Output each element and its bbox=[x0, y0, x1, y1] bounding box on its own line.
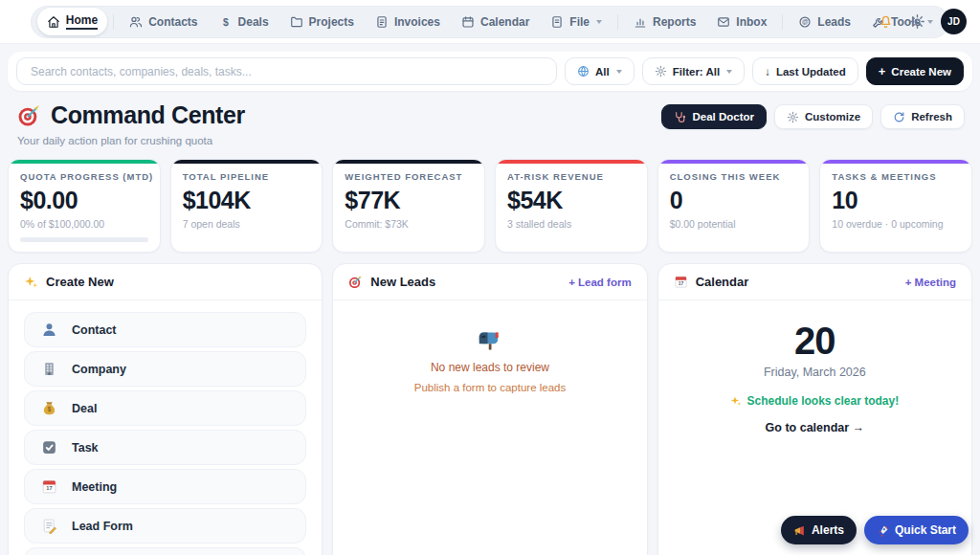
calendar-status: Schedule looks clear today! bbox=[658, 394, 971, 408]
check-task-icon bbox=[41, 439, 57, 455]
chevron-down-icon bbox=[596, 20, 602, 24]
add-meeting-link[interactable]: + Meeting bbox=[905, 277, 956, 288]
scope-dropdown-button[interactable]: All bbox=[565, 57, 635, 85]
stat-card-at-risk-revenue[interactable]: AT-RISK REVENUE $54K 3 stalled deals bbox=[495, 159, 648, 253]
svg-text:$: $ bbox=[223, 15, 229, 27]
create-item-label: Task bbox=[72, 441, 99, 455]
nav-label: File bbox=[569, 15, 590, 29]
stat-sub: 3 stalled deals bbox=[507, 218, 635, 230]
nav-label: Contacts bbox=[148, 15, 197, 29]
nav-item-inbox[interactable]: Inbox bbox=[707, 10, 776, 34]
user-avatar[interactable]: JD bbox=[941, 9, 967, 34]
nav-item-reports[interactable]: Reports bbox=[624, 10, 705, 34]
nav-label: Invoices bbox=[394, 15, 440, 29]
leads-at-icon: @ bbox=[798, 15, 812, 29]
create-contact-item[interactable]: Contact bbox=[24, 312, 306, 347]
page-header-left: Command Center Your daily action plan fo… bbox=[17, 101, 245, 146]
home-icon bbox=[47, 15, 60, 29]
stat-sub: 7 open deals bbox=[183, 218, 311, 230]
calendar-date-icon: 17 bbox=[674, 275, 688, 289]
mailbox-icon bbox=[476, 323, 504, 352]
create-item-label: Deal bbox=[72, 402, 97, 415]
nav-item-deals[interactable]: $ Deals bbox=[210, 10, 278, 34]
deal-doctor-button[interactable]: Deal Doctor bbox=[661, 104, 767, 129]
floating-buttons: Alerts Quick Start bbox=[781, 516, 969, 544]
sparkles-icon bbox=[24, 275, 38, 289]
megaphone-icon bbox=[793, 524, 806, 537]
nav-divider bbox=[617, 14, 618, 30]
filter-label: Filter: All bbox=[673, 66, 720, 78]
lead-form-link[interactable]: + Lead form bbox=[568, 277, 632, 288]
invoice-icon bbox=[375, 15, 389, 29]
create-company-item[interactable]: Company bbox=[24, 351, 306, 387]
create-task-item[interactable]: Task bbox=[24, 430, 306, 465]
quick-start-label: Quick Start bbox=[895, 523, 956, 537]
create-deal-item[interactable]: $ Deal bbox=[24, 390, 306, 426]
stat-card-total-pipeline[interactable]: TOTAL PIPELINE $104K 7 open deals bbox=[170, 159, 323, 253]
envelope-icon bbox=[717, 15, 730, 29]
person-icon bbox=[41, 322, 57, 338]
sort-label: Last Updated bbox=[776, 66, 846, 78]
create-pay-link-item[interactable]: Pay Link bbox=[24, 547, 306, 555]
chevron-down-icon bbox=[726, 70, 732, 74]
stat-body: TASKS & MEETINGS 10 10 overdue · 0 upcom… bbox=[820, 164, 971, 239]
nav-item-invoices[interactable]: Invoices bbox=[366, 10, 450, 34]
nav-label: Reports bbox=[653, 15, 696, 29]
filter-dropdown-button[interactable]: Filter: All bbox=[642, 57, 745, 85]
calendar-panel: 17 Calendar + Meeting 20 Friday, March 2… bbox=[657, 263, 972, 555]
alerts-button[interactable]: Alerts bbox=[781, 516, 857, 544]
go-to-calendar-link[interactable]: Go to calendar → bbox=[658, 421, 971, 434]
panel-title: Calendar bbox=[696, 275, 749, 289]
refresh-button[interactable]: Refresh bbox=[880, 104, 965, 129]
create-item-label: Meeting bbox=[72, 480, 117, 494]
stat-card-tasks-meetings[interactable]: TASKS & MEETINGS 10 10 overdue · 0 upcom… bbox=[819, 159, 972, 253]
nav-item-calendar[interactable]: Calendar bbox=[452, 10, 539, 34]
filter-gear-icon bbox=[655, 65, 667, 78]
stat-sub: 10 overdue · 0 upcoming bbox=[832, 218, 960, 230]
search-input[interactable] bbox=[16, 57, 557, 85]
publish-form-link[interactable]: Publish a form to capture leads bbox=[333, 382, 646, 393]
globe-icon bbox=[577, 65, 590, 78]
bar-chart-icon bbox=[634, 15, 647, 29]
new-leads-panel: New Leads + Lead form No new leads to re… bbox=[332, 263, 647, 555]
panel-title-row: 17 Calendar bbox=[674, 275, 749, 289]
stat-card-weighted-forecast[interactable]: WEIGHTED FORECAST $77K Commit: $73K bbox=[332, 159, 485, 253]
kpi-row: QUOTA PROGRESS (MTD) $0.00 0% of $100,00… bbox=[8, 159, 972, 253]
stat-body: QUOTA PROGRESS (MTD) $0.00 0% of $100,00… bbox=[9, 164, 160, 252]
notifications-bell-button[interactable] bbox=[878, 13, 894, 30]
sort-button[interactable]: ↓ Last Updated bbox=[752, 57, 858, 85]
stat-label: CLOSING THIS WEEK bbox=[670, 171, 798, 182]
nav-label: Deals bbox=[238, 15, 269, 29]
create-meeting-item[interactable]: 17 Meeting bbox=[24, 469, 306, 504]
nav-item-projects[interactable]: Projects bbox=[280, 10, 364, 34]
nav-item-home[interactable]: Home bbox=[37, 8, 107, 35]
create-lead-form-item[interactable]: Lead Form bbox=[24, 508, 306, 544]
panel-header: New Leads + Lead form bbox=[333, 264, 646, 300]
stat-body: AT-RISK REVENUE $54K 3 stalled deals bbox=[496, 164, 647, 239]
stat-card-closing-this-week[interactable]: CLOSING THIS WEEK 0 $0.00 potential bbox=[657, 159, 811, 253]
nav-item-leads[interactable]: @ Leads bbox=[789, 10, 860, 34]
nav-divider bbox=[113, 14, 114, 30]
gear-icon bbox=[909, 13, 925, 30]
nav-item-file[interactable]: File bbox=[541, 10, 612, 34]
stat-card-quota-progress[interactable]: QUOTA PROGRESS (MTD) $0.00 0% of $100,00… bbox=[8, 159, 161, 253]
page-subtitle: Your daily action plan for crushing quot… bbox=[17, 135, 245, 146]
nav-item-contacts[interactable]: Contacts bbox=[120, 10, 207, 34]
quick-start-button[interactable]: Quick Start bbox=[864, 516, 969, 544]
nav-label: Projects bbox=[309, 15, 354, 29]
nav-divider bbox=[782, 14, 783, 30]
stat-body: CLOSING THIS WEEK 0 $0.00 potential bbox=[658, 164, 810, 239]
scope-label: All bbox=[595, 66, 610, 78]
stat-label: QUOTA PROGRESS (MTD) bbox=[20, 171, 148, 182]
stat-label: TASKS & MEETINGS bbox=[832, 171, 960, 182]
chevron-down-icon bbox=[616, 70, 622, 74]
panel-title-row: New Leads bbox=[348, 275, 435, 289]
settings-button[interactable] bbox=[909, 13, 925, 30]
target-dart-icon bbox=[17, 103, 41, 127]
page-title: Command Center bbox=[51, 101, 245, 129]
customize-button[interactable]: Customize bbox=[774, 104, 873, 129]
create-new-button[interactable]: + Create New bbox=[866, 57, 964, 85]
stat-label: AT-RISK REVENUE bbox=[507, 171, 635, 182]
stat-value: $77K bbox=[345, 187, 473, 214]
nav-label: Home bbox=[66, 13, 98, 30]
